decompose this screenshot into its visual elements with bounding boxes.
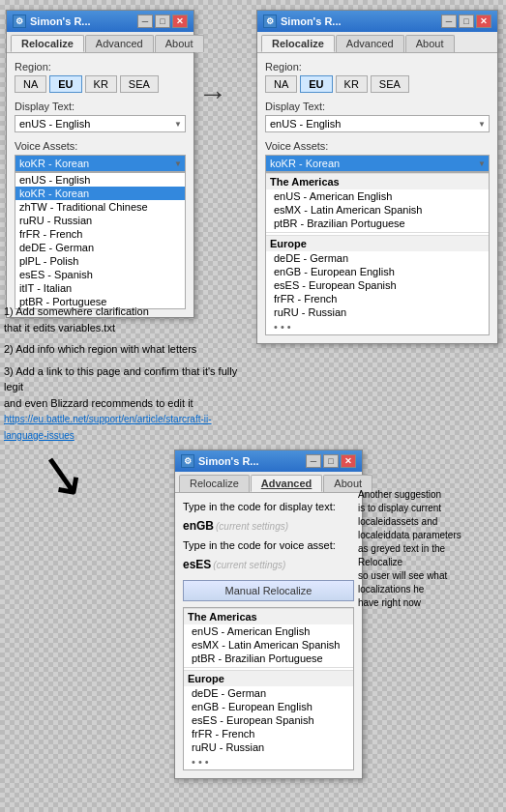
maximize-btn-2[interactable]: □ [459,14,474,28]
tab-advanced-3[interactable]: Advanced [251,475,323,492]
tab-relocalize-1[interactable]: Relocalize [11,35,84,52]
americas-header-3: The Americas [184,608,353,624]
list-item-engb-3[interactable]: enGB - European English [184,700,353,713]
europe-header-2: Europe [266,235,489,251]
app-icon-2: ⚙ [263,14,277,28]
list-item-dede-2[interactable]: deDE - German [266,251,489,265]
annotation-3-num: 3) [4,365,15,377]
display-text-dropdown-2[interactable]: enUS - English [265,115,490,132]
right-annotation-text: Another suggestionis to display currentl… [358,489,461,608]
window-content-3: Type in the code for display text: enGB … [175,493,362,778]
window-content-1: Region: NA EU KR SEA Display Text: enUS … [7,53,193,317]
list-item-ruru-2[interactable]: ruRU - Russian [266,305,489,319]
display-text-label-2: Display Text: [265,101,490,112]
region-na-1[interactable]: NA [15,75,46,93]
window-title-3: Simon's R... [198,455,259,467]
manual-relocalize-btn[interactable]: Manual Relocalize [183,580,354,601]
voice-assets-dropdown-2[interactable]: koKR - Korean [265,155,490,172]
list-item-dede-3[interactable]: deDE - German [184,686,353,700]
americas-header-2: The Americas [266,173,489,189]
close-btn-2[interactable]: ✕ [476,14,491,28]
annotations: 1) Add somewhere clarificationthat it ed… [0,300,252,452]
voice-dropdown-open-2: The Americas enUS - American English esM… [265,172,490,335]
tab-bar-1: Relocalize Advanced About [7,32,193,53]
annotation-1-num: 1) [4,305,15,317]
region-label-1: Region: [15,61,186,72]
display-code-value-3: enGB [183,519,214,533]
voice-code-label-3: Type in the code for voice asset: [183,539,354,551]
voice-code-row-3: esES (current settings) [183,555,354,574]
voice-option-zhtw-1[interactable]: zhTW - Traditional Chinese [15,200,185,214]
list-item-engb-2[interactable]: enGB - European English [266,265,489,278]
tab-about-1[interactable]: About [155,35,204,52]
maximize-btn-1[interactable]: □ [155,14,170,28]
annotation-3-text: Add a link to this page and confirm that… [4,365,237,409]
display-code-label-3: Type in the code for display text: [183,501,354,512]
list-item-eses-2[interactable]: esES - European Spanish [266,278,489,292]
tab-relocalize-2[interactable]: Relocalize [261,35,335,52]
voice-assets-select-1[interactable]: koKR - Korean [15,155,186,172]
annotation-1-text: Add somewhere clarificationthat it edits… [4,305,149,334]
tab-bar-3: Relocalize Advanced About [175,472,362,493]
display-text-select-1[interactable]: enUS - English [15,115,186,132]
window2: ⚙ Simon's R... ─ □ ✕ Relocalize Advanced… [256,10,498,344]
minimize-btn-3[interactable]: ─ [306,454,321,468]
window-title-2: Simon's R... [281,15,342,27]
minimize-btn-1[interactable]: ─ [137,14,153,28]
close-btn-1[interactable]: ✕ [172,14,188,28]
voice-dropdown-open-3: The Americas enUS - American English esM… [183,607,354,770]
separator-3 [184,667,353,668]
title-bar-3: ⚙ Simon's R... ─ □ ✕ [175,450,362,472]
arrow-right-1: → [198,77,227,110]
region-eu-1[interactable]: EU [49,75,81,93]
region-kr-1[interactable]: KR [85,75,117,93]
list-item-ptbr-3[interactable]: ptBR - Brazilian Portuguese [184,652,353,665]
close-btn-3[interactable]: ✕ [341,454,356,468]
tab-about-2[interactable]: About [405,35,455,52]
arrow-down: ↙ [33,436,92,511]
list-item-frfr-3[interactable]: frFR - French [184,727,353,740]
voice-option-kokr-1[interactable]: koKR - Korean [15,187,185,200]
list-item-frfr-2[interactable]: frFR - French [266,292,489,305]
app-icon-3: ⚙ [181,454,194,468]
voice-option-plpl-1[interactable]: plPL - Polish [15,254,185,268]
region-na-2[interactable]: NA [265,75,297,93]
region-kr-2[interactable]: KR [336,75,368,93]
maximize-btn-3[interactable]: □ [323,454,339,468]
europe-header-3: Europe [184,670,353,686]
list-item-enus-2[interactable]: enUS - American English [266,189,489,203]
list-item-enus-3[interactable]: enUS - American English [184,624,353,638]
annotation-3-link[interactable]: https://eu.battle.net/support/en/article… [4,414,212,441]
voice-option-itit-1[interactable]: itIT - Italian [15,281,185,295]
tab-relocalize-3[interactable]: Relocalize [179,475,250,492]
voice-option-enus-1[interactable]: enUS - English [15,173,185,187]
voice-dropdown-open-1: enUS - English koKR - Korean zhTW - Trad… [15,172,186,309]
list-item-eses-3[interactable]: esES - European Spanish [184,713,353,727]
voice-option-eses-1[interactable]: esES - Spanish [15,268,185,281]
ellipsis-2: • • • [266,319,489,334]
annotation-1: 1) Add somewhere clarificationthat it ed… [4,304,248,335]
tab-advanced-2[interactable]: Advanced [336,35,404,52]
region-sea-2[interactable]: SEA [371,75,409,93]
voice-option-ruru-1[interactable]: ruRU - Russian [15,214,185,227]
list-item-ptbr-2[interactable]: ptBR - Brazilian Portuguese [266,217,489,230]
voice-option-frfr-1[interactable]: frFR - French [15,227,185,241]
voice-assets-select-2[interactable]: koKR - Korean [265,155,490,172]
display-text-select-2[interactable]: enUS - English [265,115,490,132]
voice-assets-label-2: Voice Assets: [265,140,490,152]
region-eu-2[interactable]: EU [300,75,332,93]
display-code-current-3: (current settings) [216,521,288,532]
voice-option-dede-1[interactable]: deDE - German [15,241,185,254]
region-buttons-2: NA EU KR SEA [265,75,490,93]
display-text-label-1: Display Text: [15,101,186,112]
display-text-dropdown-1[interactable]: enUS - English [15,115,186,132]
list-item-esmx-2[interactable]: esMX - Latin American Spanish [266,203,489,217]
region-sea-1[interactable]: SEA [120,75,159,93]
annotation-2-num: 2) [4,343,15,355]
tab-advanced-1[interactable]: Advanced [85,35,154,52]
window1: ⚙ Simon's R... ─ □ ✕ Relocalize Advanced… [6,10,194,318]
list-item-esmx-3[interactable]: esMX - Latin American Spanish [184,638,353,652]
list-item-ruru-3[interactable]: ruRU - Russian [184,740,353,754]
voice-assets-dropdown-1[interactable]: koKR - Korean [15,155,186,172]
minimize-btn-2[interactable]: ─ [441,14,457,28]
